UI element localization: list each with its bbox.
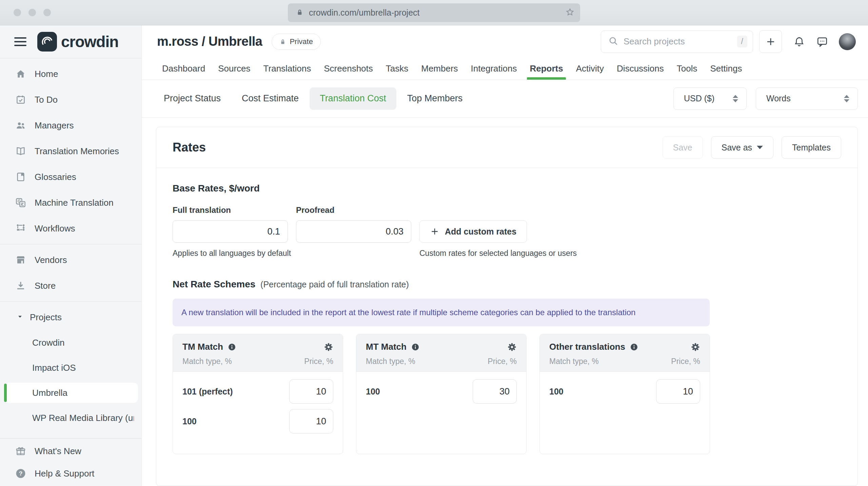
table-row: 100: [182, 409, 333, 433]
messages-button[interactable]: [816, 36, 828, 47]
sidebar-item-todo[interactable]: To Do: [0, 87, 141, 113]
tm-101-price-input[interactable]: [289, 379, 333, 404]
window-controls[interactable]: [14, 9, 51, 16]
subtab-project-status[interactable]: Project Status: [164, 93, 221, 104]
sidebar-item-machine-translation[interactable]: G Machine Translation: [0, 190, 141, 216]
match-type-col: Match type, %: [549, 357, 599, 366]
sidebar-divider: [0, 301, 141, 302]
user-avatar[interactable]: [839, 33, 856, 50]
gear-icon[interactable]: [324, 342, 333, 352]
select-arrows-icon: [733, 95, 738, 102]
bookmark-star-icon[interactable]: [565, 7, 575, 18]
custom-rate-help: Custom rates for selected languages or u…: [419, 249, 577, 258]
tab-discussions[interactable]: Discussions: [617, 58, 664, 79]
page-title: m.ross / Umbrella: [157, 34, 262, 49]
sidebar-item-whats-new[interactable]: What's New: [0, 440, 141, 462]
sidebar-project-wp-real-media-library[interactable]: WP Real Media Library (un…: [0, 405, 141, 430]
privacy-badge: Private: [272, 34, 320, 50]
gift-icon: [15, 446, 26, 457]
tab-dashboard[interactable]: Dashboard: [162, 58, 205, 79]
sidebar-item-vendors[interactable]: Vendors: [0, 247, 141, 273]
info-banner: A new translation will be included in th…: [173, 299, 710, 326]
project-header: m.ross / Umbrella Private /: [142, 25, 868, 58]
subtab-translation-cost[interactable]: Translation Cost: [310, 87, 396, 110]
gear-icon[interactable]: [691, 342, 700, 352]
other-100-price-input[interactable]: [656, 379, 700, 404]
store-icon: [15, 280, 26, 291]
workflows-icon: [15, 223, 26, 234]
sidebar-project-crowdin[interactable]: Crowdin: [0, 330, 141, 355]
tab-tasks[interactable]: Tasks: [386, 58, 408, 79]
sidebar-item-workflows[interactable]: Workflows: [0, 216, 141, 241]
sidebar-item-managers[interactable]: Managers: [0, 113, 141, 138]
sidebar-item-home[interactable]: Home: [0, 61, 141, 87]
chat-icon: [816, 36, 828, 47]
net-rate-heading: Net Rate Schemes (Percentage paid of ful…: [173, 279, 841, 290]
sidebar-item-store[interactable]: Store: [0, 273, 141, 299]
full-translation-input[interactable]: [173, 220, 288, 243]
chevron-down-icon: [16, 313, 24, 322]
tm-100-price-input[interactable]: [289, 409, 333, 433]
home-icon: [15, 68, 26, 79]
table-row: 101 (perfect): [182, 379, 333, 404]
notifications-button[interactable]: [793, 36, 805, 47]
browser-chrome: crowdin.com/umbrella-project: [0, 0, 868, 25]
lock-icon: [295, 8, 304, 18]
sidebar-nav: Home To Do Managers: [0, 58, 141, 455]
subtab-cost-estimate[interactable]: Cost Estimate: [242, 93, 299, 104]
tab-screenshots[interactable]: Screenshots: [324, 58, 373, 79]
tab-integrations[interactable]: Integrations: [471, 58, 517, 79]
search-box[interactable]: /: [601, 31, 753, 53]
save-as-button[interactable]: Save as: [711, 136, 773, 159]
full-translation-label: Full translation: [173, 205, 288, 215]
info-icon[interactable]: [411, 343, 419, 351]
other-translations-card: Other translations Match type, %: [539, 334, 710, 454]
sidebar-project-umbrella[interactable]: Umbrella: [4, 383, 138, 403]
sidebar-projects-toggle[interactable]: Projects: [0, 304, 141, 330]
sidebar-header: crowdin: [0, 25, 141, 58]
select-arrows-icon: [844, 95, 849, 102]
price-col: Price, %: [488, 357, 517, 366]
machine-translation-icon: G: [15, 197, 26, 208]
info-icon[interactable]: [630, 343, 638, 351]
address-bar[interactable]: crowdin.com/umbrella-project: [288, 3, 580, 22]
table-row: 100: [366, 379, 517, 404]
crowdin-logo-text: crowdin: [61, 33, 118, 51]
mt-100-price-input[interactable]: [473, 379, 517, 404]
unit-select[interactable]: Words: [756, 87, 858, 110]
sidebar-project-impact-ios[interactable]: Impact iOS: [0, 355, 141, 380]
report-content: Rates Save Save as Templates Base Rates,…: [142, 118, 868, 486]
project-tabs: Dashboard Sources Translations Screensho…: [142, 58, 868, 80]
crowdin-logo[interactable]: crowdin: [37, 32, 118, 52]
hamburger-menu-icon[interactable]: [14, 37, 26, 46]
tab-settings[interactable]: Settings: [710, 58, 742, 79]
search-icon: [608, 36, 619, 48]
create-project-button[interactable]: [759, 30, 782, 53]
tab-sources[interactable]: Sources: [218, 58, 250, 79]
tab-reports[interactable]: Reports: [530, 58, 563, 79]
plus-icon: [430, 227, 439, 236]
net-rate-subheading: (Percentage paid of full translation rat…: [258, 280, 409, 289]
tab-translations[interactable]: Translations: [263, 58, 311, 79]
tab-members[interactable]: Members: [421, 58, 458, 79]
tab-activity[interactable]: Activity: [576, 58, 604, 79]
glossaries-icon: [15, 171, 26, 182]
info-icon[interactable]: [228, 343, 236, 351]
subtab-top-members[interactable]: Top Members: [407, 93, 463, 104]
sidebar-item-translation-memories[interactable]: Translation Memories: [0, 138, 141, 164]
currency-select[interactable]: USD ($): [673, 87, 747, 110]
search-input[interactable]: [624, 36, 737, 47]
gear-icon[interactable]: [507, 342, 517, 352]
match-type-col: Match type, %: [182, 357, 232, 366]
add-custom-rates-button[interactable]: Add custom rates: [419, 220, 527, 243]
sidebar-footer: What's New ? Help & Support: [0, 438, 141, 486]
proofread-input[interactable]: [296, 220, 411, 243]
save-button[interactable]: Save: [663, 136, 703, 159]
sidebar-item-help-support[interactable]: ? Help & Support: [0, 462, 141, 485]
sidebar-item-glossaries[interactable]: Glossaries: [0, 164, 141, 190]
templates-button[interactable]: Templates: [782, 136, 841, 159]
tab-tools[interactable]: Tools: [677, 58, 697, 79]
shortcut-hint: /: [737, 36, 747, 47]
svg-text:?: ?: [19, 470, 23, 477]
sidebar: crowdin Home To Do: [0, 25, 142, 486]
